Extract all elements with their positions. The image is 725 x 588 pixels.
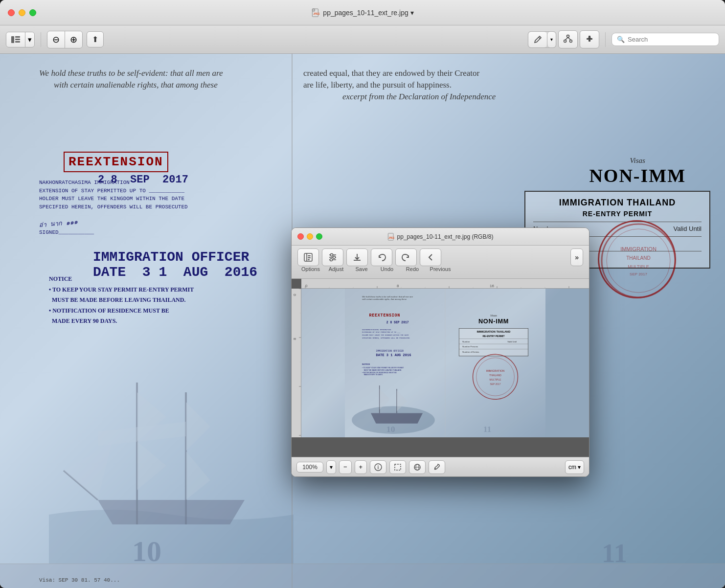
svg-text:MULTIPLE: MULTIPLE — [490, 379, 501, 381]
popup-redo-btn[interactable] — [395, 249, 417, 266]
popup-jpeg-icon: JPEG — [387, 233, 395, 241]
more-icon: » — [575, 253, 579, 261]
popup-zoom-in-btn[interactable]: + — [355, 460, 367, 474]
svg-text:8: 8 — [293, 338, 297, 340]
bottom-text-left: Visa: SEP 30 81. 57 40... — [39, 577, 120, 583]
svg-point-34 — [330, 259, 333, 261]
popup-minimize-btn[interactable] — [307, 233, 313, 240]
pen-tool-group[interactable]: ▾ — [528, 31, 556, 48]
popup-network-btn[interactable] — [409, 460, 426, 474]
svg-rect-98 — [395, 464, 401, 470]
popup-more-btn[interactable]: » — [570, 249, 583, 266]
undo-icon — [377, 252, 386, 262]
unit-dropdown-icon: ▾ — [578, 464, 581, 471]
svg-rect-5 — [15, 39, 20, 40]
label-save: Save — [349, 266, 374, 272]
label-previous: Previous — [426, 266, 455, 272]
visas-section: Visas NON-IMM — [589, 157, 686, 186]
popup-title-bar: JPEG pp_pages_10-11_ext_re.jpg (RGB/8) — [292, 228, 589, 246]
zoom-controls[interactable]: ⊖ ⊕ — [47, 31, 83, 48]
label-adjust: Adjust — [324, 266, 348, 272]
svg-text:IMMIGRATION OFFICER: IMMIGRATION OFFICER — [376, 350, 404, 352]
jpeg-file-icon: JPEG — [311, 8, 320, 17]
tools-btn[interactable] — [580, 30, 599, 48]
svg-text:SEP 2017: SEP 2017 — [630, 272, 647, 276]
svg-point-7 — [567, 35, 569, 38]
svg-rect-28 — [308, 259, 310, 260]
svg-text:SEP 2017: SEP 2017 — [490, 383, 500, 385]
ship-illustration — [49, 343, 294, 564]
label-redo: Redo — [400, 266, 425, 272]
share-toolbar-btn[interactable] — [558, 30, 578, 48]
adjust-icon — [328, 252, 338, 262]
popup-bottom-bar: 100% ▾ − + i — [292, 457, 589, 476]
close-button[interactable] — [8, 9, 15, 16]
popup-zoom-out-btn[interactable]: − — [339, 460, 352, 474]
search-bar[interactable]: 🔍 — [612, 33, 719, 46]
tools-icon — [585, 34, 594, 43]
svg-text:NON-IMM: NON-IMM — [478, 317, 509, 325]
save-icon — [352, 252, 362, 262]
svg-text:HOLDER MUST LEAVE THE KINGDOM : HOLDER MUST LEAVE THE KINGDOM WITHIN THE… — [362, 334, 408, 336]
svg-text:Valid Until: Valid Until — [507, 340, 517, 343]
popup-maximize-btn[interactable] — [316, 233, 322, 240]
popup-select-btn[interactable] — [389, 460, 406, 474]
popup-toolbar: » Options Adjust Save Undo Redo Previous — [292, 246, 589, 279]
svg-text:NAKHONRATCHASIMA IMMIGRATION: NAKHONRATCHASIMA IMMIGRATION — [362, 329, 391, 331]
svg-rect-11 — [589, 36, 590, 42]
svg-rect-26 — [308, 255, 311, 256]
popup-close-btn[interactable] — [297, 233, 304, 240]
popup-previous-btn[interactable] — [420, 249, 441, 266]
share-btn[interactable]: ⬆ — [87, 31, 104, 47]
ruler-top: 0 8 16 — [301, 279, 589, 289]
zoom-out-btn[interactable]: ⊖ — [47, 31, 65, 48]
svg-text:THAILAND: THAILAND — [626, 255, 650, 261]
svg-text:THAILAND: THAILAND — [489, 374, 501, 377]
popup-options-btn[interactable] — [297, 249, 319, 266]
sidebar-toggle-group[interactable]: ▾ — [6, 32, 35, 47]
popup-window: JPEG pp_pages_10-11_ext_re.jpg (RGB/8) — [291, 227, 589, 477]
wrench-icon — [433, 463, 441, 471]
svg-text:11: 11 — [483, 424, 492, 434]
svg-text:Number Persons: Number Persons — [462, 345, 478, 348]
separator-2 — [605, 32, 606, 47]
popup-adjust-btn[interactable] — [322, 249, 343, 266]
popup-tool-btn[interactable] — [429, 460, 445, 474]
options-icon — [303, 252, 313, 262]
sidebar-dropdown-btn[interactable]: ▾ — [25, 32, 34, 47]
zoom-in-btn[interactable]: ⊕ — [65, 31, 82, 48]
svg-text:2 8  SEP  2017: 2 8 SEP 2017 — [386, 321, 409, 324]
pen-tool-btn[interactable] — [528, 32, 547, 47]
pen-icon — [533, 35, 542, 44]
popup-info-btn[interactable]: i — [370, 460, 386, 474]
minimize-button[interactable] — [19, 9, 25, 16]
bottom-strip: Visa: SEP 30 81. 57 40... — [0, 564, 725, 588]
svg-rect-4 — [15, 36, 20, 38]
popup-traffic-lights — [297, 233, 322, 240]
svg-text:REEXTENSION: REEXTENSION — [369, 313, 400, 318]
title-bar-center: JPEG pp_pages_10-11_ext_re.jpg ▾ — [311, 8, 413, 17]
quote-text-right: created equal, that they are endowed by … — [303, 68, 587, 102]
svg-text:We hold these truths to be sel: We hold these truths to be self-evident:… — [362, 295, 413, 298]
unit-label: cm — [568, 464, 576, 471]
redo-icon — [401, 252, 411, 262]
search-input[interactable] — [628, 36, 714, 43]
maximize-button[interactable] — [29, 9, 36, 16]
passport-preview: We hold these truths to be self-evident:… — [301, 289, 589, 437]
svg-text:IMMIGRATION THAILAND: IMMIGRATION THAILAND — [477, 330, 511, 333]
svg-text:EXTENSION OF STAY PERMITTED UP: EXTENSION OF STAY PERMITTED UP TO ___ — [362, 331, 401, 333]
svg-text:MADE EVERY 90 DAYS.: MADE EVERY 90 DAYS. — [364, 374, 383, 376]
svg-rect-3 — [11, 36, 14, 43]
sidebar-toggle-btn[interactable] — [6, 32, 25, 47]
pen-dropdown-btn[interactable]: ▾ — [547, 32, 556, 47]
valid-until-label: Valid Until — [673, 225, 702, 232]
search-icon: 🔍 — [617, 36, 625, 43]
separator-1 — [41, 32, 41, 47]
zoom-dropdown-btn[interactable]: ▾ — [326, 460, 336, 474]
svg-text:NOTICE: NOTICE — [362, 363, 370, 365]
circular-stamp-right: IMMIGRATION THAILAND MULTIPLE SEP 2017 — [598, 220, 676, 298]
popup-save-btn[interactable] — [346, 249, 368, 266]
svg-text:• TO KEEP YOUR STAY PERMIT RE-: • TO KEEP YOUR STAY PERMIT RE-ENTRY PERM… — [362, 367, 404, 369]
stamp-reextension: REEXTENSION — [64, 152, 168, 172]
popup-undo-btn[interactable] — [371, 249, 392, 266]
